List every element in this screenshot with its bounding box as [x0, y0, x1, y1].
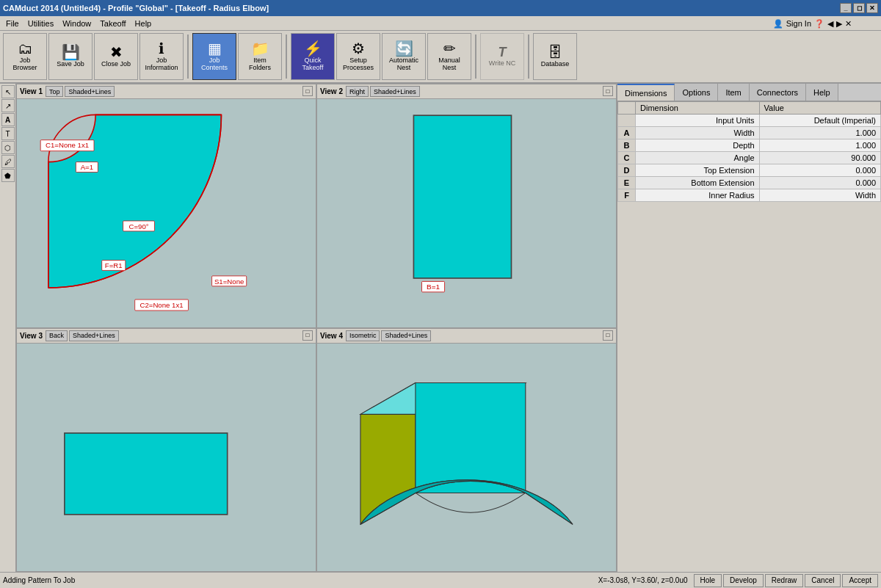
view2-type[interactable]: Right [346, 86, 369, 97]
menu-help[interactable]: Help [131, 18, 156, 29]
left-tool-draw[interactable]: 🖊 [1, 155, 15, 168]
row-val-b[interactable]: 1.000 [759, 139, 880, 152]
quick-takeoff-button[interactable]: ⚡ QuickTakeoff [291, 33, 335, 80]
table-row: E Bottom Extension 0.000 [618, 177, 881, 189]
help-icon[interactable]: ❓ [814, 19, 824, 29]
row-val-c[interactable]: 90.000 [759, 152, 880, 164]
view2-shading[interactable]: Shaded+Lines [370, 86, 420, 97]
close-job-button[interactable]: ✖ Close Job [94, 33, 138, 80]
redraw-button[interactable]: Redraw [765, 574, 803, 587]
write-nc-button[interactable]: T Write NC [480, 33, 524, 80]
tab-options[interactable]: Options [675, 84, 718, 101]
status-coords: X=-3.0s8, Y=3.60/, z=0.0u0 [598, 576, 688, 584]
job-contents-label: JobContents [201, 57, 228, 72]
left-tool-arrow[interactable]: ↖ [1, 85, 15, 98]
job-contents-button[interactable]: ▦ JobContents [192, 33, 236, 80]
left-tool-shape[interactable]: ⬡ [1, 141, 15, 154]
view2-svg: B=1 [317, 99, 616, 327]
window-controls[interactable]: _ ◻ ✕ [840, 3, 878, 13]
view4-maximize[interactable]: □ [603, 330, 613, 341]
view4-type[interactable]: Isometric [346, 330, 380, 341]
view3-type[interactable]: Back [46, 330, 68, 341]
row-val-a[interactable]: 1.000 [759, 127, 880, 139]
menu-window[interactable]: Window [58, 18, 95, 29]
view1-panel: View 1 Top Shaded+Lines □ [16, 84, 316, 328]
menu-file[interactable]: File [1, 18, 23, 29]
svg-rect-14 [413, 115, 511, 278]
minimize-button[interactable]: _ [840, 3, 852, 13]
tab-item[interactable]: Item [718, 84, 749, 101]
left-tool-dimension[interactable]: T [1, 127, 15, 140]
row-key-f: F [618, 189, 636, 202]
quick-takeoff-icon: ⚡ [304, 41, 322, 56]
row-dim-b: Depth [636, 139, 760, 152]
view1-type[interactable]: Top [46, 86, 64, 97]
nav-left-icon[interactable]: ◀ [827, 19, 833, 29]
svg-rect-17 [65, 432, 228, 514]
job-information-button[interactable]: ℹ JobInformation [139, 33, 184, 80]
view4-panel: View 4 Isometric Shaded+Lines □ [316, 328, 617, 573]
left-tool-select[interactable]: ↗ [1, 99, 15, 112]
row-key-a: A [618, 127, 636, 139]
view3-svg [17, 344, 316, 572]
save-job-icon: 💾 [62, 45, 80, 59]
view3-maximize[interactable]: □ [302, 330, 313, 341]
left-tool-polygon[interactable]: ⬟ [1, 169, 15, 182]
row-dim-d: Top Extension [636, 164, 760, 177]
view4-shading[interactable]: Shaded+Lines [381, 330, 431, 341]
job-contents-icon: ▦ [208, 41, 222, 56]
row-val-units[interactable]: Default (Imperial) [759, 115, 880, 127]
tab-help[interactable]: Help [806, 84, 838, 101]
cancel-button[interactable]: Cancel [805, 574, 841, 587]
menu-utilities[interactable]: Utilities [23, 18, 58, 29]
automatic-nesting-button[interactable]: 🔄 AutomaticNest [382, 33, 426, 80]
toolbar-separator-2 [286, 35, 287, 79]
view2-maximize[interactable]: □ [603, 86, 613, 96]
manual-nest-button[interactable]: ✏ ManualNest [427, 33, 471, 80]
row-val-f[interactable]: Width [759, 189, 880, 202]
close-button[interactable]: ✕ [866, 3, 878, 13]
database-label: Database [541, 61, 570, 68]
item-folders-button[interactable]: 📁 ItemFolders [238, 33, 282, 80]
table-row: F Inner Radius Width [618, 189, 881, 202]
hole-button[interactable]: Hole [694, 574, 722, 587]
setup-processes-button[interactable]: ⚙ SetupProcesses [336, 33, 380, 80]
view3-panel: View 3 Back Shaded+Lines □ [16, 328, 316, 573]
status-bar: Adding Pattern To Job X=-3.0s8, Y=3.60/,… [0, 572, 881, 588]
row-val-e[interactable]: 0.000 [759, 177, 880, 189]
title-bar: CAMduct 2014 (Untitled4) - Profile "Glob… [0, 0, 881, 16]
item-folders-icon: 📁 [251, 41, 269, 56]
view3-content [17, 344, 316, 572]
sign-in-area[interactable]: 👤 Sign In ❓ ◀ ▶ ✕ [773, 16, 852, 31]
restore-button[interactable]: ◻ [853, 3, 865, 13]
view3-header: View 3 Back Shaded+Lines □ [17, 329, 316, 344]
database-button[interactable]: 🗄 Database [533, 33, 577, 80]
row-val-d[interactable]: 0.000 [759, 164, 880, 177]
tab-connectors[interactable]: Connectors [750, 84, 806, 101]
table-row: D Top Extension 0.000 [618, 164, 881, 177]
col-header-value: Value [759, 102, 880, 115]
nav-right-icon[interactable]: ▶ [836, 19, 842, 29]
save-job-button[interactable]: 💾 Save Job [48, 33, 93, 80]
view4-header: View 4 Isometric Shaded+Lines □ [317, 329, 616, 344]
view3-shading[interactable]: Shaded+Lines [69, 330, 119, 341]
close-icon[interactable]: ✕ [845, 19, 852, 29]
sign-in-button[interactable]: Sign In [786, 19, 811, 28]
view1-shading[interactable]: Shaded+Lines [65, 86, 115, 97]
row-key-d: D [618, 164, 636, 177]
menu-bar: File Utilities Window Takeoff Help 👤 Sig… [0, 16, 881, 31]
view1-maximize[interactable]: □ [302, 86, 313, 96]
row-dim-e: Bottom Extension [636, 177, 760, 189]
svg-text:F=R1: F=R1 [105, 261, 123, 269]
tab-dimensions[interactable]: Dimensions [617, 84, 675, 101]
develop-button[interactable]: Develop [723, 574, 764, 587]
svg-text:C2=None 1x1: C2=None 1x1 [140, 301, 184, 309]
window-title: CAMduct 2014 (Untitled4) - Profile "Glob… [3, 4, 840, 12]
job-browser-button[interactable]: 🗂 JobBrowser [3, 33, 47, 80]
row-key-e: E [618, 177, 636, 189]
left-tool-text[interactable]: A [1, 113, 15, 126]
accept-button[interactable]: Accept [842, 574, 878, 587]
row-key-units [618, 115, 636, 127]
table-row: B Depth 1.000 [618, 139, 881, 152]
menu-takeoff[interactable]: Takeoff [95, 18, 130, 29]
